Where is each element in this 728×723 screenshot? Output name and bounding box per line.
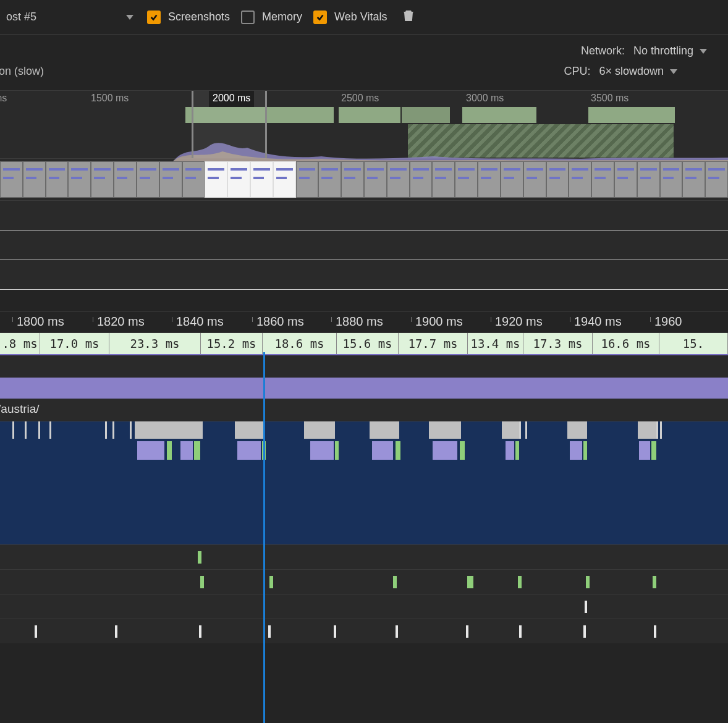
frame-segment[interactable]: 23.3 ms (109, 333, 201, 354)
frame-segment[interactable]: 18.6 ms (263, 333, 337, 354)
playhead[interactable] (263, 352, 265, 723)
frame-segment[interactable]: .8 ms (0, 333, 40, 354)
task-block[interactable] (235, 421, 265, 439)
filmstrip-thumb[interactable] (569, 161, 591, 198)
task-sliver[interactable] (130, 421, 132, 439)
overview-viewport[interactable] (192, 91, 267, 158)
generic-marker[interactable] (396, 625, 398, 638)
task-block[interactable] (429, 421, 461, 439)
paint-block[interactable] (396, 441, 400, 460)
filmstrip-thumb[interactable] (682, 161, 705, 198)
layout-block[interactable] (506, 441, 514, 460)
overview-timeline[interactable]: ms1500 ms2000 ms2500 ms3000 ms3500 ms 20… (0, 91, 728, 159)
filmstrip-thumb[interactable] (432, 161, 455, 198)
layout-block[interactable] (180, 441, 193, 460)
filmstrip-thumb[interactable] (614, 161, 637, 198)
filmstrip-thumb[interactable] (364, 161, 387, 198)
task-sliver[interactable] (49, 421, 51, 439)
screenshots-checkbox[interactable]: Screenshots (147, 11, 230, 24)
generic-marker[interactable] (583, 625, 586, 638)
paint-marker[interactable] (586, 576, 590, 588)
task-sliver[interactable] (656, 421, 658, 439)
paint-block[interactable] (583, 441, 587, 460)
filmstrip-thumb[interactable] (523, 161, 546, 198)
paint-block[interactable] (460, 441, 465, 460)
generic-marker[interactable] (334, 625, 336, 638)
filmstrip-thumb[interactable] (296, 161, 319, 198)
task-sliver[interactable] (660, 421, 662, 439)
paint-marker[interactable] (470, 576, 473, 588)
filmstrip-thumb[interactable] (250, 161, 273, 198)
task-block[interactable] (502, 421, 520, 439)
paint-marker[interactable] (653, 576, 656, 588)
layout-block[interactable] (310, 441, 334, 460)
generic-marker[interactable] (466, 625, 468, 638)
paint-block[interactable] (167, 441, 172, 460)
filmstrip-thumb[interactable] (705, 161, 728, 198)
frame-segment[interactable]: 13.4 ms (468, 333, 523, 354)
screenshot-filmstrip[interactable] (0, 159, 728, 201)
filmstrip-thumb[interactable] (91, 161, 114, 198)
frame-segment[interactable]: 16.6 ms (593, 333, 659, 354)
layout-block[interactable] (137, 441, 164, 460)
filmstrip-thumb[interactable] (68, 161, 91, 198)
generic-marker[interactable] (35, 625, 37, 638)
task-sliver[interactable] (38, 421, 40, 439)
task-block[interactable] (638, 421, 656, 439)
generic-marker[interactable] (268, 625, 271, 638)
paint-marker[interactable] (198, 551, 201, 564)
layout-block[interactable] (433, 441, 457, 460)
filmstrip-thumb[interactable] (546, 161, 569, 198)
filmstrip-thumb[interactable] (660, 161, 683, 198)
frame-segment[interactable]: 17.7 ms (399, 333, 468, 354)
filmstrip-thumb[interactable] (182, 161, 205, 198)
filmstrip-thumb[interactable] (387, 161, 410, 198)
filmstrip-thumb[interactable] (637, 161, 660, 198)
filmstrip-thumb[interactable] (273, 161, 296, 198)
task-sliver[interactable] (25, 421, 27, 439)
filmstrip-thumb[interactable] (205, 161, 227, 198)
main-thread-label[interactable]: ps/austria/ (0, 399, 728, 421)
filmstrip-thumb[interactable] (341, 161, 364, 198)
paint-marker[interactable] (518, 576, 522, 588)
layout-block[interactable] (639, 441, 650, 460)
network-throttle-select[interactable]: Network: No throttling (581, 44, 709, 57)
flame-chart[interactable]: Task (0, 421, 728, 544)
filmstrip-thumb[interactable] (455, 161, 478, 198)
memory-checkbox[interactable]: Memory (241, 11, 302, 24)
generic-marker[interactable] (654, 625, 656, 638)
frame-segment[interactable]: 15. (659, 333, 728, 354)
cpu-throttle-select[interactable]: CPU: 6× slowdown (564, 65, 680, 78)
task-sliver[interactable] (12, 421, 14, 439)
generic-marker[interactable] (115, 625, 117, 638)
paint-marker[interactable] (200, 576, 204, 588)
paint-block[interactable] (335, 441, 339, 460)
paint-marker[interactable] (393, 576, 397, 588)
paint-block[interactable] (515, 441, 519, 460)
paint-block[interactable] (651, 441, 656, 460)
task-sliver[interactable] (519, 421, 521, 439)
filmstrip-thumb[interactable] (501, 161, 523, 198)
task-sliver[interactable] (112, 421, 114, 439)
webvitals-checkbox[interactable]: Web Vitals (313, 11, 387, 24)
filmstrip-thumb[interactable] (410, 161, 433, 198)
task-sliver[interactable] (105, 421, 107, 439)
frames-track[interactable]: .8 ms17.0 ms23.3 ms15.2 ms18.6 ms15.6 ms… (0, 333, 728, 355)
layout-block[interactable] (570, 441, 582, 460)
task-block[interactable] (567, 421, 587, 439)
filmstrip-thumb[interactable] (0, 161, 23, 198)
filmstrip-thumb[interactable] (591, 161, 614, 198)
layout-block[interactable] (237, 441, 261, 460)
generic-marker[interactable] (199, 625, 201, 638)
task-block[interactable] (135, 421, 203, 439)
filmstrip-thumb[interactable] (46, 161, 69, 198)
animation-band[interactable] (0, 378, 728, 399)
layout-block[interactable] (372, 441, 393, 460)
paint-marker[interactable] (269, 576, 273, 588)
frame-segment[interactable]: 15.6 ms (337, 333, 399, 354)
filmstrip-thumb[interactable] (478, 161, 501, 198)
task-sliver[interactable] (525, 421, 527, 439)
frame-segment[interactable]: 15.2 ms (201, 333, 263, 354)
filmstrip-thumb[interactable] (114, 161, 137, 198)
frame-segment[interactable]: 17.0 ms (40, 333, 109, 354)
